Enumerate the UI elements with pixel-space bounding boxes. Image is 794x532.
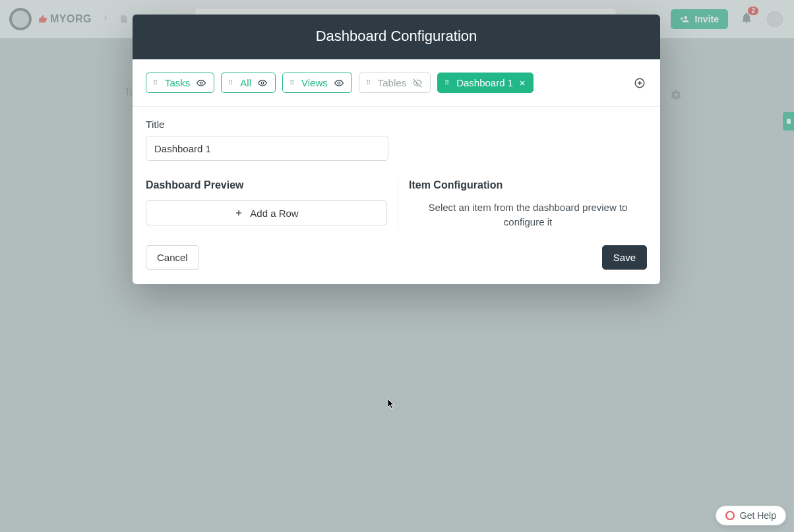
lifebuoy-icon xyxy=(725,511,735,520)
dashboard-preview-section: Dashboard Preview Add a Row xyxy=(146,179,398,229)
item-config-heading: Item Configuration xyxy=(409,179,647,191)
preview-heading: Dashboard Preview xyxy=(146,179,387,191)
title-input[interactable] xyxy=(146,136,388,161)
tab-label: Dashboard 1 xyxy=(456,77,513,88)
cursor-icon xyxy=(388,399,396,409)
eye-off-icon[interactable] xyxy=(412,78,423,88)
add-row-button[interactable]: Add a Row xyxy=(146,200,387,225)
title-label: Title xyxy=(146,119,647,131)
tab-all[interactable]: ⠿ All xyxy=(221,73,276,93)
item-config-section: Item Configuration Select an item from t… xyxy=(398,179,647,229)
get-help-button[interactable]: Get Help xyxy=(716,506,786,525)
save-button[interactable]: Save xyxy=(602,245,647,270)
modal-footer: Cancel Save xyxy=(133,229,660,284)
eye-icon[interactable] xyxy=(257,78,268,88)
svg-point-5 xyxy=(338,82,340,84)
plus-icon xyxy=(234,208,243,218)
grip-icon: ⠿ xyxy=(228,82,235,84)
tab-tasks[interactable]: ⠿ Tasks xyxy=(146,73,214,93)
dashboard-config-modal: Dashboard Configuration ⠿ Tasks ⠿ All ⠿ … xyxy=(133,15,660,284)
grip-icon: ⠿ xyxy=(366,82,373,84)
svg-point-4 xyxy=(261,82,264,84)
grip-icon: ⠿ xyxy=(444,82,451,84)
tab-dashboard-1[interactable]: ⠿ Dashboard 1 xyxy=(437,73,534,93)
add-tab-button[interactable] xyxy=(632,76,647,90)
tab-label: All xyxy=(240,77,251,88)
modal-body: ⠿ Tasks ⠿ All ⠿ Views xyxy=(133,59,660,229)
plus-circle-icon xyxy=(634,77,646,89)
tab-tables[interactable]: ⠿ Tables xyxy=(359,73,431,93)
cancel-button[interactable]: Cancel xyxy=(146,245,199,270)
add-row-label: Add a Row xyxy=(250,208,298,219)
tab-label: Tasks xyxy=(165,77,190,88)
grip-icon: ⠿ xyxy=(290,82,296,84)
eye-icon[interactable] xyxy=(195,78,207,88)
tabbar: ⠿ Tasks ⠿ All ⠿ Views xyxy=(146,73,647,93)
eye-icon[interactable] xyxy=(333,78,345,88)
get-help-label: Get Help xyxy=(740,510,776,521)
item-config-help: Select an item from the dashboard previe… xyxy=(409,200,647,229)
grip-icon: ⠿ xyxy=(153,82,160,84)
modal-title: Dashboard Configuration xyxy=(133,15,660,59)
close-icon[interactable] xyxy=(518,79,526,87)
tab-label: Views xyxy=(301,77,328,88)
svg-point-3 xyxy=(200,82,203,84)
tab-label: Tables xyxy=(378,77,406,88)
tab-views[interactable]: ⠿ Views xyxy=(282,73,352,93)
